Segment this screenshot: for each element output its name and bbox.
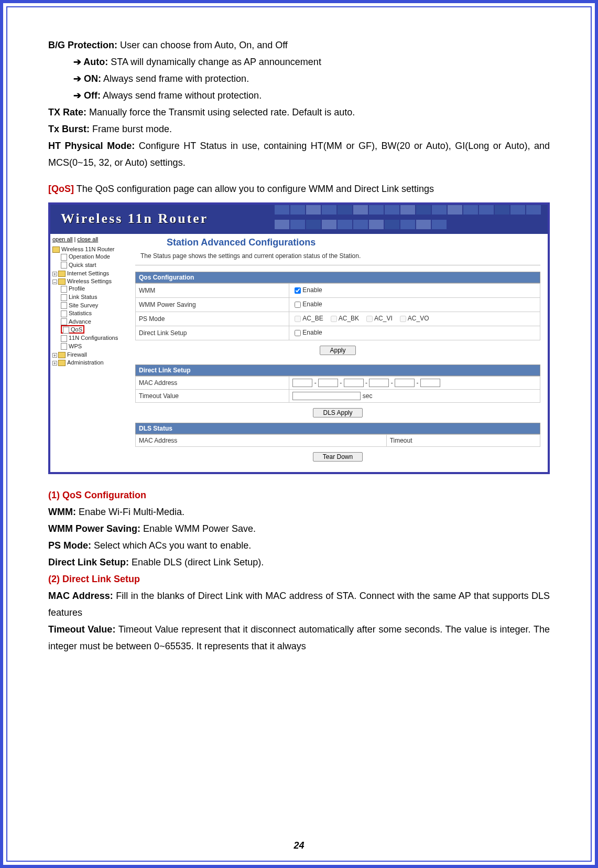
row-dls-label: Direct Link Setup xyxy=(136,326,289,340)
plus-icon[interactable]: + xyxy=(52,272,57,276)
mac-field-2[interactable] xyxy=(318,379,338,387)
arrow-icon: ➔ xyxy=(73,73,81,84)
timeout-field[interactable] xyxy=(292,392,361,400)
mac-label: MAC Address: xyxy=(48,591,113,601)
auto-label: Auto: xyxy=(81,57,108,67)
nav-tree: open all | close all Wireless 11N Router… xyxy=(50,234,128,472)
dls-apply-button[interactable]: DLS Apply xyxy=(313,408,362,417)
tree-admin[interactable]: +Administration xyxy=(52,359,126,367)
txrate-text: Manually force the Transmit using select… xyxy=(86,107,355,117)
row-wmmps-label: WMM Power Saving xyxy=(136,298,289,312)
page-icon xyxy=(61,294,69,300)
status-col-timeout: Timeout xyxy=(386,435,540,447)
tree-toggle-links: open all | close all xyxy=(52,236,126,242)
mac-field-1[interactable] xyxy=(292,379,312,387)
bg-protection-label: B/G Protection: xyxy=(48,40,117,50)
wmmps-text: Enable WMM Power Save. xyxy=(140,523,256,534)
mac-field-5[interactable] xyxy=(395,379,415,387)
page-desc: The Status page shows the settings and c… xyxy=(140,252,540,260)
qos-section-head: [QoS] xyxy=(48,184,74,194)
para-psmode: PS Mode: Select which ACs you want to en… xyxy=(48,537,550,554)
open-all-link[interactable]: open all xyxy=(52,236,73,242)
on-label: ON: xyxy=(81,73,101,84)
page-icon xyxy=(61,262,69,268)
wmmps-checkbox[interactable] xyxy=(295,302,301,308)
tree-qos[interactable]: QoS xyxy=(61,326,126,334)
tree-quick[interactable]: Quick start xyxy=(61,261,126,270)
qos-form: WMM Enable WMM Power Saving Enable PS Mo… xyxy=(135,283,540,340)
row-timeout-value: sec xyxy=(289,390,540,403)
page-icon xyxy=(61,302,69,308)
para-wmm: WMM: Enabe Wi-Fi Multi-Media. xyxy=(48,503,550,520)
folder-icon xyxy=(58,278,67,284)
mac-field-6[interactable] xyxy=(420,379,440,387)
router-screenshot: Wireless 11n Router open all | close all… xyxy=(48,202,550,474)
qos-section-text: The QoS configuration page can allow you… xyxy=(74,184,434,194)
status-table: MAC Address Timeout xyxy=(135,434,540,447)
acvo-checkbox[interactable] xyxy=(400,316,406,322)
tree-profile[interactable]: Profile xyxy=(61,285,126,293)
main-panel: Station Advanced Configurations The Stat… xyxy=(128,234,548,472)
tree-internet[interactable]: +Internet Settings xyxy=(52,270,126,277)
para-ht: HT Physical Mode: Configure HT Status in… xyxy=(48,137,550,171)
row-ps-label: PS Mode xyxy=(136,312,289,326)
para-qos-intro: [QoS] The QoS configuration page can all… xyxy=(48,180,550,197)
tree-stats[interactable]: Statistics xyxy=(61,309,126,318)
folder-icon xyxy=(58,351,67,358)
tree-op-mode[interactable]: Operation Mode xyxy=(61,253,126,261)
row-dls-value: Enable xyxy=(289,326,540,340)
row-mac-label: MAC Address xyxy=(136,377,289,390)
para-wmmps: WMM Power Saving: Enable WMM Power Save. xyxy=(48,520,550,537)
timeout-label: Timeout Value: xyxy=(48,624,115,635)
wmm-checkbox[interactable] xyxy=(295,287,301,294)
tree-wireless[interactable]: –Wireless Settings Profile Link Status S… xyxy=(52,277,126,351)
txrate-label: TX Rate: xyxy=(48,107,86,117)
para-mac: MAC Address: Fill in the blanks of Direc… xyxy=(48,587,550,621)
minus-icon[interactable]: – xyxy=(52,280,57,284)
page-icon xyxy=(61,335,69,341)
ht-label: HT Physical Mode: xyxy=(48,141,135,151)
row-wmmps-value: Enable xyxy=(289,298,540,312)
mac-field-3[interactable] xyxy=(344,379,364,387)
psmode-text: Select which ACs you want to enable. xyxy=(91,540,251,551)
para-dls: Direct Link Setup: Enable DLS (direct Li… xyxy=(48,554,550,571)
dls-label: Direct Link Setup: xyxy=(48,557,129,567)
on-text: Always send frame with protection. xyxy=(101,73,249,84)
page-number: 24 xyxy=(7,840,591,851)
wmm-label: WMM: xyxy=(48,507,76,517)
banner: Wireless 11n Router xyxy=(50,205,548,234)
para-txburst: Tx Burst: Frame burst mode. xyxy=(48,121,550,137)
txburst-text: Frame burst mode. xyxy=(90,124,172,134)
acbe-checkbox[interactable] xyxy=(295,316,301,322)
tree-advance[interactable]: Advance xyxy=(61,318,126,326)
para-bg-protection: B/G Protection: User can choose from Aut… xyxy=(48,37,550,53)
section-2-head: (2) Direct Link Setup xyxy=(48,574,140,584)
plus-icon[interactable]: + xyxy=(52,361,57,366)
psmode-label: PS Mode: xyxy=(48,540,91,551)
row-mac-value: - - - - - xyxy=(289,377,540,390)
arrow-icon: ➔ xyxy=(73,90,81,101)
tree-survey[interactable]: Site Survey xyxy=(61,302,126,310)
close-all-link[interactable]: close all xyxy=(78,236,99,242)
tree-wps[interactable]: WPS xyxy=(61,342,126,351)
tree-firewall[interactable]: +Firewall xyxy=(52,351,126,359)
dls-checkbox[interactable] xyxy=(295,330,301,336)
acbk-checkbox[interactable] xyxy=(331,316,337,322)
page-icon xyxy=(61,343,69,349)
teardown-button[interactable]: Tear Down xyxy=(313,452,363,462)
folder-icon xyxy=(58,270,67,276)
plus-icon[interactable]: + xyxy=(52,353,57,358)
acvi-checkbox[interactable] xyxy=(366,316,373,322)
tree-root[interactable]: Wireless 11N Router Operation Mode Quick… xyxy=(52,245,126,270)
row-timeout-label: Timeout Value xyxy=(136,390,289,403)
arrow-icon: ➔ xyxy=(73,57,81,67)
banner-decor xyxy=(274,205,548,234)
apply-button[interactable]: Apply xyxy=(320,346,355,355)
off-text: Always send frame without protection. xyxy=(101,90,262,101)
tree-11n[interactable]: 11N Configurations xyxy=(61,334,126,342)
tree-link[interactable]: Link Status xyxy=(61,293,126,302)
page-icon xyxy=(63,326,71,333)
txburst-label: Tx Burst: xyxy=(48,124,90,134)
auto-text: STA will dynamically change as AP announ… xyxy=(108,57,321,67)
mac-field-4[interactable] xyxy=(369,379,389,387)
